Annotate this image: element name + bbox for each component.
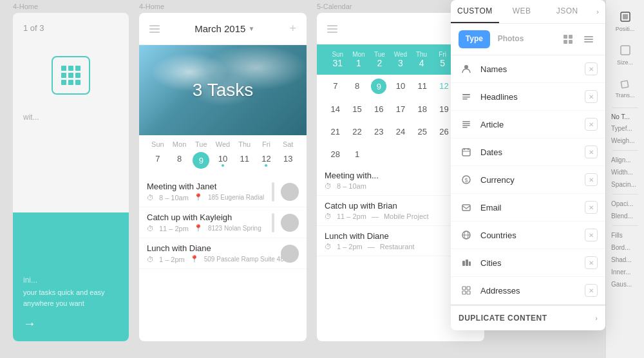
event-time: 8 – 10am — [337, 182, 366, 190]
drag-handle — [272, 182, 274, 202]
remove-dates-button[interactable]: ✕ — [585, 146, 598, 158]
svg-rect-11 — [462, 121, 470, 122]
event-item: Catch up with Kayleigh ⏱ 11 – 2pm 📍 8123… — [139, 207, 307, 238]
menu-item-currency[interactable]: $ Currency ✕ — [451, 166, 605, 194]
menu-item-countries[interactable]: Countries ✕ — [451, 221, 605, 249]
svg-rect-26 — [466, 259, 468, 266]
panel2-label: 4-Home — [13, 3, 38, 10]
grid-view-icon[interactable] — [559, 30, 577, 48]
photos-button[interactable]: Photos — [494, 30, 528, 48]
wifi-dots — [61, 66, 80, 85]
hamburger-line — [149, 32, 160, 33]
gaus-row: Gaus... — [606, 279, 644, 290]
tab-arrow[interactable]: › — [590, 0, 605, 23]
view-icons — [559, 30, 598, 48]
add-button[interactable]: + — [289, 22, 296, 35]
svg-rect-14 — [462, 127, 468, 128]
remove-names-button[interactable]: ✕ — [585, 62, 598, 75]
tab-web[interactable]: WEB — [499, 0, 545, 23]
divider — [612, 225, 638, 226]
svg-rect-33 — [623, 14, 628, 19]
event-meta: ⏱ 1 – 2pm 📍 509 Pascale Ramp Suite 48... — [147, 255, 299, 263]
item-label-headlines: Headlines — [480, 92, 585, 102]
no-t-value: No T... — [606, 112, 644, 122]
shad-row: Shad... — [606, 254, 644, 265]
remove-cities-button[interactable]: ✕ — [585, 256, 598, 269]
event-meta: ⏱ 8 – 10am 📍 185 Eugenia Radial — [147, 193, 299, 202]
panel3-label-top: 5-Calendar — [317, 3, 352, 10]
spacing-row: Spacin... — [606, 179, 644, 190]
svg-rect-0 — [564, 35, 567, 39]
wifi-dot — [61, 66, 66, 71]
panel1-label1: wit... — [13, 108, 129, 127]
right-panel-position[interactable]: Positi... — [609, 5, 641, 37]
wifi-dot — [68, 66, 73, 71]
remove-article-button[interactable]: ✕ — [585, 118, 598, 131]
fills-row: Fills — [606, 230, 644, 241]
divider — [612, 150, 638, 151]
event-time: 11 – 2pm — [337, 212, 366, 220]
svg-rect-21 — [462, 205, 470, 211]
hamburger-line — [149, 25, 160, 26]
svg-rect-35 — [621, 81, 629, 89]
project-label: Restaurant — [380, 243, 415, 250]
calendar-week-row: 7 8 9 10 11 12 13 — [147, 152, 299, 169]
wifi-dot — [68, 73, 73, 78]
right-panel-transform[interactable]: Trans... — [609, 71, 641, 104]
drag-handle — [272, 213, 274, 232]
remove-addresses-button[interactable]: ✕ — [585, 284, 598, 297]
trans-label: Trans... — [612, 92, 639, 100]
svg-rect-6 — [584, 41, 593, 42]
menu-item-dates[interactable]: Dates ✕ — [451, 138, 605, 166]
pin-icon: 📍 — [194, 193, 203, 202]
panel1-counter: 1 of 3 — [13, 13, 129, 43]
avatar — [281, 245, 299, 263]
position-label: Positi... — [612, 26, 639, 33]
wifi-icon — [52, 56, 90, 95]
wifi-dot — [75, 73, 80, 78]
type-button[interactable]: Type — [459, 30, 490, 48]
item-label-article: Article — [480, 120, 585, 129]
remove-headlines-button[interactable]: ✕ — [585, 90, 598, 103]
svg-rect-3 — [569, 40, 573, 44]
duplicate-content-button[interactable]: DUPLICATE CONTENT › — [451, 305, 605, 330]
remove-currency-button[interactable]: ✕ — [585, 173, 598, 186]
width-row: Width... — [606, 167, 644, 178]
menu-item-article[interactable]: Article ✕ — [451, 111, 605, 138]
article-icon — [459, 117, 474, 132]
hamburger-menu[interactable] — [149, 25, 160, 33]
svg-rect-28 — [462, 287, 466, 290]
panel1-blue-text: your tasks quick and easy anywhere you w… — [23, 287, 118, 308]
item-label-dates: Dates — [480, 147, 585, 157]
clock-icon: ⏱ — [325, 212, 332, 220]
event-meta: ⏱ 11 – 2pm 📍 8123 Nolan Spring — [147, 224, 299, 232]
event-location: 509 Pascale Ramp Suite 48... — [204, 256, 289, 263]
tab-custom[interactable]: CUSTOM — [451, 0, 499, 23]
menu-item-cities[interactable]: Cities ✕ — [451, 249, 605, 277]
svg-rect-13 — [462, 125, 470, 126]
menu-item-headlines[interactable]: Headlines ✕ — [451, 83, 605, 111]
person-icon — [459, 61, 474, 77]
tab-json[interactable]: JSON — [544, 0, 590, 23]
svg-rect-8 — [462, 94, 470, 95]
avatar — [281, 183, 299, 201]
event-location: 185 Eugenia Radial — [208, 194, 264, 201]
hamburger-menu[interactable] — [327, 25, 337, 33]
menu-item-names[interactable]: Names ✕ — [451, 55, 605, 83]
item-label-currency: Currency — [480, 175, 585, 185]
svg-point-7 — [464, 65, 468, 69]
chevron-down-icon: ▼ — [248, 25, 254, 32]
duplicate-label: DUPLICATE CONTENT — [459, 314, 595, 323]
right-panel-size[interactable]: Size... — [609, 39, 641, 71]
weight-row: Weigh... — [606, 135, 644, 146]
list-view-icon[interactable] — [580, 30, 598, 48]
remove-email-button[interactable]: ✕ — [585, 201, 598, 214]
svg-rect-2 — [564, 40, 567, 44]
menu-item-email[interactable]: Email ✕ — [451, 194, 605, 221]
blend-row: Blend... — [606, 211, 644, 221]
menu-item-addresses[interactable]: Addresses ✕ — [451, 277, 605, 305]
remove-countries-button[interactable]: ✕ — [585, 229, 598, 241]
avatar — [281, 214, 299, 232]
headlines-icon — [459, 89, 474, 104]
calendar-days-header: Sun Mon Tue Wed Thu Fri Sat — [147, 140, 299, 148]
